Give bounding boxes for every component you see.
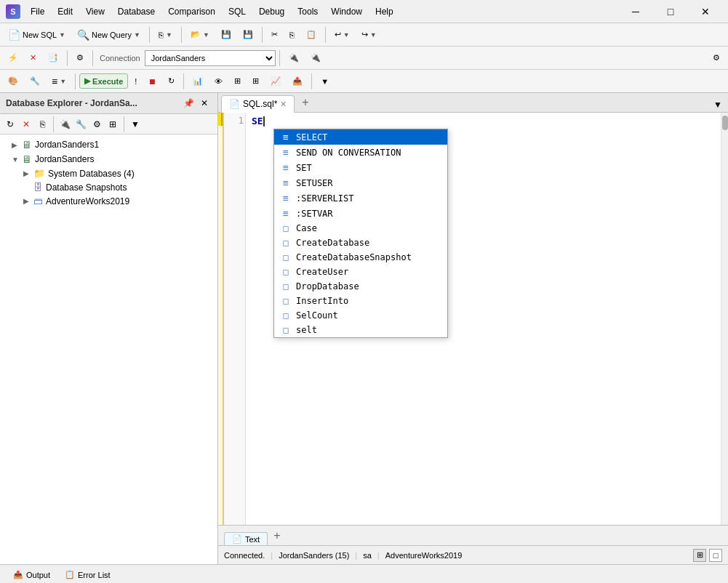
settings-right-icon[interactable]: ⚙ [708,50,725,65]
autocomplete-item-9[interactable]: CreateUser [274,265,447,279]
view-btn[interactable]: 👁 [209,74,228,89]
explorer-connect-button[interactable]: 🔌 [57,117,72,132]
menu-file[interactable]: File [25,4,50,20]
chart-btn[interactable]: 📈 [265,73,286,89]
more-btn[interactable]: ▼ [316,74,334,89]
save-button[interactable]: 💾 [216,27,236,42]
copy2-button[interactable]: ⎘ [284,28,300,42]
disconnect2-button[interactable]: 🔌 [305,50,326,65]
pin-button[interactable]: 📌 [181,96,196,110]
new-query-button[interactable]: 🔍 New Query ▼ [72,26,145,44]
vertical-scrollbar[interactable] [721,113,728,525]
menu-window[interactable]: Window [325,4,368,20]
tabs-overflow-button[interactable]: ▼ [711,97,725,112]
commit-button[interactable]: 📑 [43,50,63,65]
indent-btn[interactable]: ≡ ▼ [47,73,71,90]
autocomplete-item-6[interactable]: Case [274,221,447,236]
tree-node-db-snapshots[interactable]: 🗄 Database Snapshots [0,180,217,194]
tree-node-adventureworks[interactable]: 🗃 AdventureWorks2019 [0,194,217,208]
copy-button[interactable]: ⎘ ▼ [153,28,177,42]
error-list-tab[interactable]: 📋 Error List [57,568,118,582]
ac-snippet-icon-8 [280,252,292,262]
explorer-delete-button[interactable]: ✕ [19,117,33,132]
pivot-btn[interactable]: ⊞ [247,73,264,89]
open-button[interactable]: 📂 ▼ [185,27,215,42]
save-all-button[interactable]: 💾 [238,27,258,42]
tab-sql-close[interactable]: ✕ [280,100,287,109]
ac-label-13: selt [296,325,317,335]
format-btn[interactable]: 🔧 [25,73,45,89]
output-tab[interactable]: 📤 Output [6,568,57,582]
menu-comparison[interactable]: Comparison [162,4,221,20]
autocomplete-item-12[interactable]: SelCount [274,308,447,323]
cut-button[interactable]: ✂ [266,27,283,42]
autocomplete-item-3[interactable]: SETUSER [274,175,447,190]
connection-status-sep1: | [271,551,273,560]
connect2-icon[interactable]: 🔌 [284,50,304,65]
grid-btn[interactable]: ⊞ [229,73,246,89]
refresh-button[interactable]: ↻ [163,73,180,89]
redo-button[interactable]: ↪ ▼ [356,27,382,42]
autocomplete-item-2[interactable]: SET [274,160,447,175]
view-icon: 👁 [215,77,223,86]
close-button[interactable]: ✕ [689,0,722,23]
output-icon: 📤 [13,570,23,579]
editor-tab-bar: 📄 Text + [218,525,728,545]
menu-sql[interactable]: SQL [223,4,252,20]
editor-content[interactable]: SE SELECT SEND ON CONVERSATION [246,113,721,525]
explorer-filter-button[interactable]: 🔧 [73,117,88,132]
disconnect-button[interactable]: ✕ [25,50,41,65]
autocomplete-item-1[interactable]: SEND ON CONVERSATION [274,145,447,160]
new-query-icon: 🔍 [77,29,89,41]
explorer-expand-button[interactable]: ▼ [128,117,143,132]
connection-select[interactable]: JordanSanders [145,50,276,66]
new-sql-button[interactable]: 📄 New SQL ▼ [3,26,71,44]
connect-button[interactable]: ⚡ [3,50,23,65]
folder-icon-1: 📁 [33,168,45,179]
export-btn[interactable]: 📤 [287,73,308,89]
autocomplete-item-8[interactable]: CreateDatabaseSnapshot [274,250,447,265]
menu-view[interactable]: View [80,4,111,20]
color-icon: 🎨 [8,76,18,86]
tab-sql[interactable]: 📄 SQL.sql* ✕ [221,95,295,113]
add-tab-button[interactable]: + [268,526,286,545]
db-explorer-btn[interactable]: ⚙ [71,50,89,65]
menu-help[interactable]: Help [369,4,399,20]
explorer-close-button[interactable]: ✕ [197,96,212,110]
execute-options-btn[interactable]: ! [129,74,142,89]
view-grid-button[interactable]: ⊞ [693,549,706,562]
paste-button[interactable]: 📋 [301,27,321,42]
tree-node-jordansanders[interactable]: 🖥 JordanSanders [0,152,217,166]
autocomplete-item-10[interactable]: DropDatabase [274,279,447,294]
autocomplete-item-11[interactable]: InsertInto [274,294,447,308]
tree-node-jordansanders1[interactable]: 🖥 JordanSanders1 [0,137,217,152]
autocomplete-item-7[interactable]: CreateDatabase [274,236,447,250]
color-btn[interactable]: 🎨 [3,73,23,89]
explorer-settings-button[interactable]: ⚙ [89,117,104,132]
undo-button[interactable]: ↩ ▼ [329,27,355,42]
menu-edit[interactable]: Edit [52,4,79,20]
menu-debug[interactable]: Debug [253,4,290,20]
text-view-tab[interactable]: 📄 Text [224,532,268,545]
autocomplete-dropdown[interactable]: SELECT SEND ON CONVERSATION SET [273,129,448,338]
explorer-copy-structure-button[interactable]: ⎘ [35,117,49,132]
tree-node-system-dbs[interactable]: 📁 System Databases (4) [0,166,217,180]
execute-button[interactable]: ▶ Execute [79,73,128,89]
autocomplete-item-13[interactable]: selt [274,323,447,337]
tab-add-button[interactable]: + [296,93,314,112]
stop-button[interactable]: ⏹ [143,74,161,89]
open-table-btn[interactable]: 📊 [188,73,208,89]
minimize-button[interactable]: ─ [619,0,652,23]
autocomplete-item-4[interactable]: :SERVERLIST [274,190,447,206]
menu-database[interactable]: Database [112,4,161,20]
autocomplete-item-5[interactable]: :SETVAR [274,206,447,221]
explorer-more-button[interactable]: ⊞ [105,117,120,132]
autocomplete-item-0[interactable]: SELECT [274,129,447,145]
sql-editor[interactable]: 1 SE SELECT SEND [218,113,728,525]
explorer-refresh-button[interactable]: ↻ [3,117,17,132]
ac-snippet-icon-11 [280,296,292,306]
maximize-button[interactable]: □ [654,0,687,23]
view-list-button[interactable]: □ [709,549,722,562]
menu-tools[interactable]: Tools [292,4,324,20]
ac-label-8: CreateDatabaseSnapshot [296,252,412,262]
